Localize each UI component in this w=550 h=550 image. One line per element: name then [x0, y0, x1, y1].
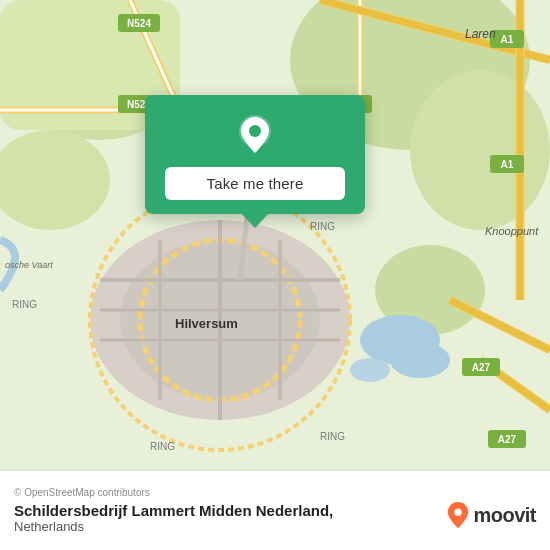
svg-text:A27: A27: [472, 362, 491, 373]
svg-text:A27: A27: [498, 434, 517, 445]
svg-text:RING: RING: [310, 221, 335, 232]
location-pin-icon: [233, 113, 277, 157]
svg-point-11: [350, 358, 390, 382]
svg-text:RING: RING: [320, 431, 345, 442]
location-popup: Take me there: [145, 95, 365, 214]
svg-point-59: [249, 125, 261, 137]
svg-text:RING: RING: [150, 441, 175, 452]
footer: © OpenStreetMap contributors Schildersbe…: [0, 470, 550, 550]
svg-point-2: [410, 70, 550, 230]
svg-text:N524: N524: [127, 18, 151, 29]
svg-point-60: [455, 509, 462, 516]
svg-text:Knooppunt: Knooppunt: [485, 225, 539, 237]
svg-text:RING: RING: [12, 299, 37, 310]
svg-text:A1: A1: [501, 34, 514, 45]
map-attribution: © OpenStreetMap contributors: [14, 487, 536, 498]
take-me-there-button[interactable]: Take me there: [165, 167, 345, 200]
svg-text:Hilversum: Hilversum: [175, 316, 238, 331]
svg-text:A1: A1: [501, 159, 514, 170]
svg-point-10: [390, 342, 450, 378]
map-container[interactable]: N524 N524 N525 A1 A1 A27 A27 Laren Knoop…: [0, 0, 550, 470]
svg-text:osche Vaart: osche Vaart: [5, 260, 53, 270]
moovit-logo: moovit: [447, 502, 536, 528]
moovit-logo-text: moovit: [473, 504, 536, 527]
svg-text:Laren: Laren: [465, 27, 496, 41]
moovit-pin-icon: [447, 502, 469, 528]
